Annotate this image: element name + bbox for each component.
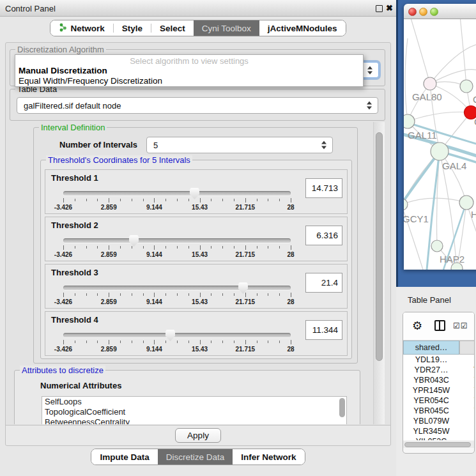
attribute-list-item[interactable]: TopologicalCoefficient xyxy=(42,407,346,417)
split-columns-icon[interactable] xyxy=(434,320,445,331)
apply-bar: Apply xyxy=(6,425,390,445)
table-data-combo-value: galFiltered.sif default node xyxy=(24,101,121,111)
table-cell[interactable]: YBR0… xyxy=(459,406,475,416)
slider-track[interactable] xyxy=(63,191,291,196)
attribute-list-item[interactable]: BetweennessCentrality xyxy=(42,417,346,424)
table-cell[interactable]: YBR045C xyxy=(403,406,459,416)
float-window-icon[interactable] xyxy=(376,5,383,12)
table-cell[interactable]: YDR2… xyxy=(459,365,475,375)
node-label-hap2: HAP2 xyxy=(440,254,464,265)
slider-tick-labels: -3.4262.8599.14415.4321.71528 xyxy=(63,204,291,211)
table-toolbar: ⚙ ☑☑ xyxy=(403,312,474,341)
table-cell[interactable]: YPR1… xyxy=(459,385,475,395)
threshold-slider[interactable]: -3.4262.8599.14415.4321.71528 xyxy=(63,187,291,212)
table-row[interactable]: YBL079WYBL0… xyxy=(403,416,475,426)
threshold-value-field[interactable]: 6.316 xyxy=(305,226,342,245)
select-columns-icon[interactable]: ☑☑ xyxy=(453,321,468,330)
node-top-right[interactable] xyxy=(460,80,473,93)
threshold-slider[interactable]: -3.4262.8599.14415.4321.71528 xyxy=(63,328,291,354)
control-tab-bar: NetworkStyleSelectCyni ToolboxjActiveMNo… xyxy=(0,20,396,37)
table-row[interactable]: YBR045CYBR0… xyxy=(403,406,475,416)
table-row[interactable]: YER054CYER0… xyxy=(403,395,475,406)
table-hscrollbar-thumb[interactable] xyxy=(404,442,471,447)
column-header-shared-name[interactable]: shared… xyxy=(403,341,459,355)
table-cell[interactable]: YIL0… xyxy=(459,436,475,440)
node-h[interactable] xyxy=(459,196,473,210)
bottom-tab-impute-data[interactable]: Impute Data xyxy=(91,449,157,464)
table-row[interactable]: YDL19…YDL1… xyxy=(403,355,475,365)
tab-select[interactable]: Select xyxy=(151,20,194,36)
tick-mark xyxy=(97,341,98,343)
table-cell[interactable]: YLR3… xyxy=(459,426,475,436)
table-row[interactable]: YLR345WYLR3… xyxy=(403,426,475,436)
table-cell[interactable]: YIL052C xyxy=(403,436,459,440)
network-window-titlebar[interactable] xyxy=(404,4,476,19)
attribute-list-scrollbar[interactable] xyxy=(339,398,345,417)
network-canvas[interactable]: GAL80 G C GAL11 GAL4 GCY1 H HAP2 xyxy=(404,19,476,270)
mac-zoom-icon[interactable] xyxy=(430,8,438,16)
tick-mark xyxy=(154,340,155,344)
number-of-intervals-label: Number of Intervals xyxy=(59,140,137,150)
main-scrollbar-track[interactable] xyxy=(373,122,385,424)
tick-mark xyxy=(257,293,257,296)
table-hscrollbar-track[interactable] xyxy=(403,441,475,448)
numerical-attributes-list[interactable]: SelfLoopsTopologicalCoefficientBetweenne… xyxy=(42,396,347,424)
slider-track[interactable] xyxy=(63,333,291,337)
tick-mark xyxy=(63,340,64,344)
number-of-intervals-combo[interactable]: 5 xyxy=(146,137,333,153)
node-gcy1[interactable] xyxy=(404,199,408,210)
mac-close-icon[interactable] xyxy=(408,8,417,16)
apply-button[interactable]: Apply xyxy=(175,428,221,443)
node-gal80[interactable] xyxy=(424,77,436,90)
slider-track[interactable] xyxy=(63,238,291,243)
table-cell[interactable]: YDR27… xyxy=(403,365,459,375)
threshold-slider[interactable]: -3.4262.8599.14415.4321.71528 xyxy=(63,281,291,307)
network-view-window[interactable]: GAL80 G C GAL11 GAL4 GCY1 H HAP2 xyxy=(404,4,476,270)
tab-jactivemnodules[interactable]: jActiveMNodules xyxy=(259,20,346,36)
node-gal11[interactable] xyxy=(404,114,415,128)
node-hap2[interactable] xyxy=(431,240,443,252)
table-cell[interactable]: YBL0… xyxy=(459,416,475,426)
tab-cyni-toolbox[interactable]: Cyni Toolbox xyxy=(194,20,259,36)
threshold-value-field[interactable]: 14.713 xyxy=(305,178,342,198)
threshold-value-field[interactable]: 21.4 xyxy=(305,273,342,293)
table-row[interactable]: YIL052CYIL0… xyxy=(403,436,475,440)
table-cell[interactable]: YER0… xyxy=(459,395,475,406)
main-scrollbar-thumb[interactable] xyxy=(376,132,383,361)
table-cell[interactable]: YLR345W xyxy=(403,426,459,436)
tick-mark xyxy=(291,198,291,203)
tick-mark xyxy=(86,341,87,343)
close-icon[interactable]: ✖ xyxy=(386,3,393,13)
network-icon xyxy=(59,23,67,34)
table-data-combo[interactable]: galFiltered.sif default node xyxy=(17,97,378,114)
mac-minimize-icon[interactable] xyxy=(419,8,427,16)
dropdown-option-manual[interactable]: Manual Discretization xyxy=(19,66,107,75)
node-gal4[interactable] xyxy=(431,142,449,160)
tick-label: 21.715 xyxy=(236,204,256,211)
bottom-tab-discretize-data[interactable]: Discretize Data xyxy=(158,449,233,464)
column-header-name[interactable]: na… xyxy=(459,341,475,355)
attribute-list-item[interactable]: SelfLoops xyxy=(42,397,346,407)
tab-network[interactable]: Network xyxy=(50,20,112,36)
table-cell[interactable]: YPR145W xyxy=(403,385,459,395)
table-cell[interactable]: YDL1… xyxy=(459,355,475,365)
table-cell[interactable]: YDL19… xyxy=(403,355,459,365)
bottom-tab-infer-network[interactable]: Infer Network xyxy=(233,449,304,464)
table-cell[interactable]: YER054C xyxy=(403,395,459,406)
slider-track[interactable] xyxy=(63,286,291,290)
table-row[interactable]: YPR145WYPR1… xyxy=(403,385,475,395)
table-cell[interactable]: YBR0… xyxy=(459,375,475,385)
threshold-panel: Threshold 2 -3.4262.8599.14415.4321.7152… xyxy=(45,217,348,261)
gear-icon[interactable]: ⚙ xyxy=(412,319,422,333)
threshold-value-field[interactable]: 11.344 xyxy=(305,320,342,340)
threshold-slider[interactable]: -3.4262.8599.14415.4321.71528 xyxy=(63,234,291,259)
tick-mark xyxy=(245,293,246,297)
table-cell[interactable]: YBR043C xyxy=(403,375,459,385)
table-cell[interactable]: YBL079W xyxy=(403,416,459,426)
tick-mark xyxy=(279,199,280,201)
tab-style[interactable]: Style xyxy=(114,20,151,36)
tick-mark xyxy=(143,293,144,296)
dropdown-option-equal-width[interactable]: Equal Width/Frequency Discretization xyxy=(19,76,162,86)
table-row[interactable]: YBR043CYBR0… xyxy=(403,375,475,385)
table-row[interactable]: YDR27…YDR2… xyxy=(403,365,475,375)
